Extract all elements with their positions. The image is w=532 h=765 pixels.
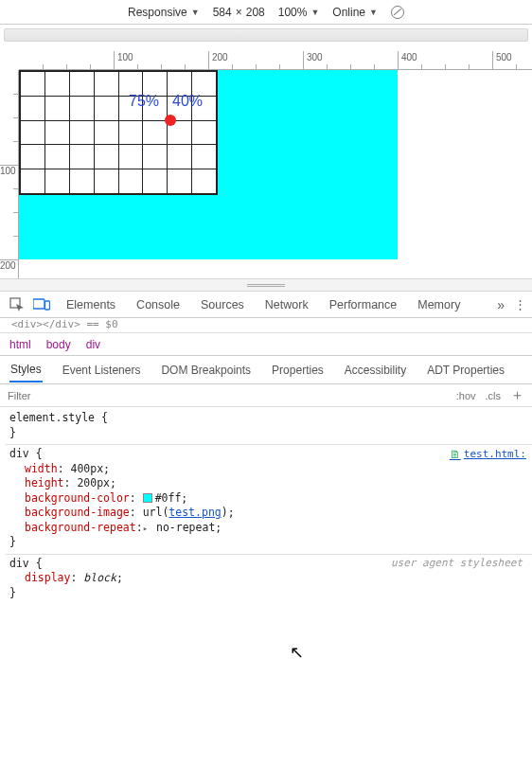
ruler-tick: 100 [114, 51, 133, 70]
subtab-event-listeners[interactable]: Event Listeners [62, 358, 142, 382]
dom-tree-row[interactable]: <div></div> == $0 [0, 318, 532, 333]
crumb-div[interactable]: div [86, 338, 100, 351]
ruler-tick: 400 [398, 51, 417, 70]
rotate-icon[interactable] [391, 6, 404, 19]
css-declaration[interactable]: background-image: url(test.png); [9, 506, 528, 521]
css-declaration[interactable]: height: 200px; [9, 476, 528, 491]
mouse-cursor-icon: ↖ [290, 642, 304, 663]
css-declaration[interactable]: background-color: #0ff; [9, 491, 528, 507]
inspect-element-icon[interactable] [6, 294, 28, 315]
tab-memory[interactable]: Memory [416, 294, 462, 315]
ruler-tick: 300 [303, 51, 323, 70]
ruler-tick: 200 [208, 51, 228, 70]
devtools-tabs: Elements Console Sources Network Perform… [64, 294, 462, 315]
ruler-tick: 500 [492, 51, 512, 70]
ruler-horizontal: 100 200 300 400 500 [19, 51, 532, 70]
panel-splitter[interactable] [0, 278, 532, 292]
more-tabs-icon[interactable]: » [497, 297, 505, 312]
hover-toggle[interactable]: :hov [456, 390, 476, 401]
selector: div [9, 447, 29, 460]
device-scale-bar[interactable] [4, 28, 528, 42]
crumb-html[interactable]: html [9, 338, 31, 351]
crumb-body[interactable]: body [46, 338, 71, 351]
expand-shorthand-icon[interactable]: ▸ [143, 524, 148, 533]
rule-element-style[interactable]: element.style { } [6, 409, 532, 445]
subtab-styles[interactable]: Styles [9, 357, 43, 382]
selector: div [9, 557, 29, 570]
user-agent-note: user agent stylesheet [391, 557, 523, 571]
dom-snippet: <div></div> == $0 [11, 318, 118, 330]
ruler-tick: 200 [0, 259, 19, 272]
responsive-viewport: 100 200 300 400 500 100 200 75% 40% [0, 28, 532, 278]
tab-performance[interactable]: Performance [328, 294, 399, 315]
new-file-icon: 🗎 [450, 447, 461, 462]
css-declaration[interactable]: background-repeat:▸ no-repeat; [9, 521, 528, 536]
kebab-menu-icon[interactable]: ⋮ [514, 297, 526, 311]
zoom-label: 100% [278, 6, 308, 19]
tab-sources[interactable]: Sources [199, 294, 246, 315]
device-toggle-icon[interactable] [30, 294, 53, 315]
css-declaration[interactable]: width: 400px; [9, 462, 528, 477]
css-declaration: display: block; [9, 571, 528, 586]
tab-console[interactable]: Console [134, 294, 182, 315]
rule-div-authored[interactable]: 🗎 test.html: div { width: 400px; height:… [6, 445, 532, 555]
chevron-down-icon: ▼ [310, 8, 319, 17]
device-size-sep: × [236, 6, 242, 19]
cls-toggle[interactable]: .cls [486, 390, 502, 401]
subtab-properties[interactable]: Properties [271, 358, 325, 382]
chevron-down-icon: ▼ [369, 8, 378, 17]
source-file-name: test.html: [464, 448, 526, 462]
rule-div-useragent: user agent stylesheet div { display: blo… [6, 555, 532, 605]
svg-rect-2 [45, 301, 50, 310]
throttling-select[interactable]: Online ▼ [332, 6, 378, 19]
selector: element.style [9, 411, 95, 424]
device-height-input[interactable]: 208 [246, 6, 265, 19]
svg-rect-1 [33, 299, 44, 309]
color-swatch[interactable] [143, 493, 152, 503]
dom-breadcrumb: html body div [0, 333, 532, 356]
bg-position-y-label: 75% [129, 93, 159, 110]
tab-elements[interactable]: Elements [64, 294, 117, 315]
subtab-adt-properties[interactable]: ADT Properties [426, 358, 505, 382]
new-style-rule-icon[interactable]: ＋ [510, 386, 524, 404]
url-link[interactable]: test.png [168, 506, 221, 519]
throttling-label: Online [332, 6, 365, 19]
subtab-dom-breakpoints[interactable]: DOM Breakpoints [160, 358, 252, 382]
subtab-accessibility[interactable]: Accessibility [344, 358, 407, 382]
bg-position-dot[interactable] [165, 115, 176, 126]
device-mode-select[interactable]: Responsive ▼ [128, 6, 200, 19]
device-size-inputs: 584 × 208 [213, 6, 265, 19]
ruler-vertical: 100 200 [0, 70, 19, 278]
devtools-tabbar: Elements Console Sources Network Perform… [0, 292, 532, 318]
device-mode-label: Responsive [128, 6, 187, 19]
device-toolbar: Responsive ▼ 584 × 208 100% ▼ Online ▼ [0, 0, 532, 25]
styles-subtabs: Styles Event Listeners DOM Breakpoints P… [0, 356, 532, 384]
ruler-tick: 100 [0, 165, 19, 177]
bg-position-x-label: 40% [172, 93, 203, 110]
rule-source-link[interactable]: 🗎 test.html: [450, 447, 526, 462]
page-preview-div[interactable]: 75% 40% [19, 70, 398, 259]
styles-filter-input[interactable] [8, 390, 447, 401]
styles-rules-pane: element.style { } 🗎 test.html: div { wid… [0, 407, 532, 604]
styles-filter-row: :hov .cls ＋ [0, 384, 532, 407]
device-width-input[interactable]: 584 [213, 6, 232, 19]
zoom-select[interactable]: 100% ▼ [278, 6, 320, 19]
chevron-down-icon: ▼ [191, 8, 200, 17]
background-image-grid [19, 70, 218, 195]
tab-network[interactable]: Network [263, 294, 310, 315]
